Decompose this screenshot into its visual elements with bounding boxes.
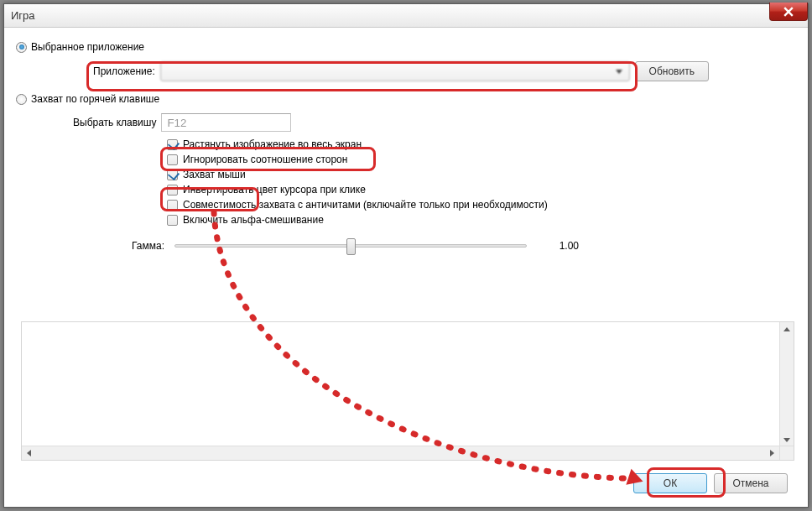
titlebar: Игра — [4, 4, 808, 28]
cancel-button[interactable]: Отмена — [714, 473, 788, 493]
checkbox-icon — [167, 200, 178, 211]
option-label: Растянуть изображение во весь экран — [183, 138, 362, 150]
option-invert-cursor[interactable]: Инвертировать цвет курсора при клике — [167, 184, 796, 196]
checkbox-icon — [167, 169, 178, 180]
hotkey-label: Выбрать клавишу — [73, 117, 156, 128]
scrollbar-corner — [779, 446, 794, 460]
preview-area — [21, 321, 794, 461]
cancel-button-label: Отмена — [732, 477, 768, 489]
application-label: Приложение: — [93, 65, 155, 77]
option-label: Игнорировать соотношение сторон — [183, 154, 347, 165]
checkbox-icon — [167, 215, 178, 226]
slider-thumb[interactable] — [346, 238, 356, 255]
application-row: Приложение: Обновить — [93, 61, 796, 81]
radio-label: Захват по горячей клавише — [31, 93, 159, 105]
radio-icon — [16, 94, 27, 105]
checkbox-icon — [167, 185, 178, 196]
ok-button-label: ОК — [664, 477, 677, 489]
scroll-up-icon[interactable] — [780, 322, 794, 336]
hotkey-input[interactable] — [161, 113, 291, 132]
dialog-footer: ОК Отмена — [633, 473, 788, 493]
option-label: Инвертировать цвет курсора при клике — [183, 184, 366, 196]
hotkey-row: Выбрать клавишу — [73, 113, 796, 132]
refresh-button[interactable]: Обновить — [635, 61, 709, 81]
gamma-slider[interactable] — [174, 236, 527, 256]
horizontal-scrollbar[interactable] — [22, 446, 779, 460]
gamma-row: Гамма: 1.00 — [132, 236, 796, 256]
option-alpha[interactable]: Включить альфа-смешивание — [167, 214, 796, 226]
vertical-scrollbar[interactable] — [779, 322, 794, 447]
dialog-content: Выбранное приложение Приложение: Обновит… — [4, 28, 808, 256]
refresh-button-label: Обновить — [649, 65, 695, 77]
close-icon — [783, 7, 794, 17]
option-ignore-ratio[interactable]: Игнорировать соотношение сторон — [167, 154, 796, 165]
application-dropdown[interactable] — [160, 61, 630, 81]
radio-label: Выбранное приложение — [31, 41, 144, 53]
radio-icon — [16, 42, 27, 53]
gamma-label: Гамма: — [132, 240, 164, 252]
option-label: Захват мыши — [183, 169, 246, 180]
scroll-right-icon[interactable] — [765, 446, 779, 460]
mode-selected-app[interactable]: Выбранное приложение — [16, 41, 796, 53]
close-button[interactable] — [769, 3, 808, 21]
option-stretch[interactable]: Растянуть изображение во весь экран — [167, 138, 796, 150]
option-label: Совместимость захвата с античитами (вклю… — [183, 199, 548, 211]
option-capture-mouse[interactable]: Захват мыши — [167, 169, 796, 180]
gamma-value: 1.00 — [537, 240, 579, 252]
scroll-left-icon[interactable] — [22, 446, 36, 460]
dialog-window: Игра Выбранное приложение Приложение: Об… — [3, 3, 809, 508]
checkbox-icon — [167, 154, 178, 165]
checkbox-icon — [167, 139, 178, 150]
window-title: Игра — [11, 9, 35, 22]
ok-button[interactable]: ОК — [633, 473, 707, 493]
option-label: Включить альфа-смешивание — [183, 214, 324, 226]
mode-hotkey[interactable]: Захват по горячей клавише — [16, 93, 796, 105]
option-anticheat[interactable]: Совместимость захвата с античитами (вклю… — [167, 199, 796, 211]
